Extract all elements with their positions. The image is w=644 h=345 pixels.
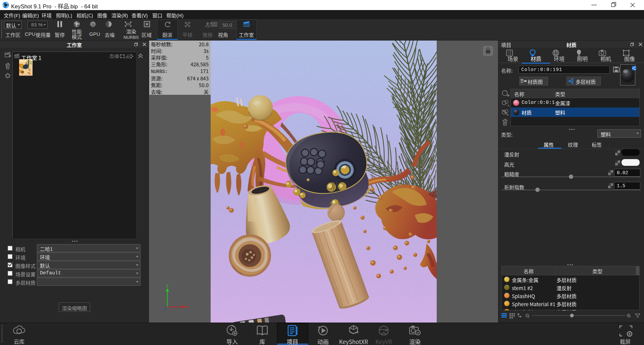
svg-text:G: G <box>92 23 94 26</box>
svg-text:z: z <box>164 306 166 310</box>
svg-text:P: P <box>76 22 78 26</box>
svg-text:x: x <box>187 304 189 309</box>
svg-text:y: y <box>166 283 168 288</box>
